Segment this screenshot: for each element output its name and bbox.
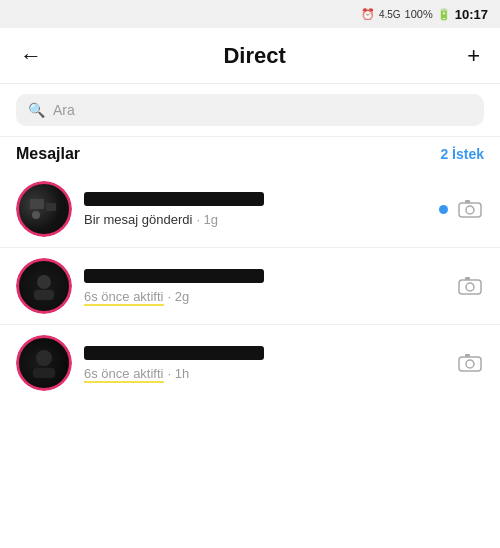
svg-point-11 [36,350,52,366]
section-title: Mesajlar [16,145,80,163]
search-bar: 🔍 Ara [0,84,500,136]
message-status: 6s önce aktifti · 2g [84,289,444,304]
status-bar: ⏰ 4.5G 100% 🔋 10:17 [0,0,500,28]
svg-rect-15 [465,354,470,357]
svg-rect-7 [34,290,54,300]
message-text: 6s önce aktifti [84,366,164,381]
section-header: Mesajlar 2 İstek [0,137,500,171]
battery-icon: 🔋 [437,8,451,21]
message-actions [439,198,484,220]
camera-icon[interactable] [456,352,484,374]
signal-icon: 4.5G [379,9,401,20]
avatar [16,181,72,237]
camera-svg [458,199,482,219]
svg-rect-13 [459,357,481,371]
list-item[interactable]: Bir mesaj gönderdi · 1g [0,171,500,247]
message-time: · 2g [168,289,190,304]
list-item[interactable]: 6s önce aktifti · 2g [0,248,500,324]
camera-icon[interactable] [456,275,484,297]
message-status: Bir mesaj gönderdi · 1g [84,212,427,227]
svg-rect-1 [46,203,56,211]
back-button[interactable]: ← [16,39,46,73]
top-nav: ← Direct + [0,28,500,84]
message-time: · 1g [196,212,218,227]
status-time: 10:17 [455,7,488,22]
svg-point-2 [32,211,40,219]
message-content: Bir mesaj gönderdi · 1g [84,192,427,227]
svg-point-6 [37,275,51,289]
active-text: 6s önce aktifti [84,289,164,306]
svg-rect-10 [465,277,470,280]
avatar-image-1 [26,191,62,227]
search-input-wrap[interactable]: 🔍 Ara [16,94,484,126]
plus-icon: + [467,43,480,69]
messages-list: Bir mesaj gönderdi · 1g [0,171,500,401]
svg-rect-12 [33,368,55,378]
message-content: 6s önce aktifti · 2g [84,269,444,304]
svg-point-4 [466,206,474,214]
avatar [16,335,72,391]
search-placeholder: Ara [53,102,75,118]
svg-rect-3 [459,203,481,217]
message-content: 6s önce aktifti · 1h [84,346,444,381]
message-actions [456,275,484,297]
active-text: 6s önce aktifti [84,366,164,383]
page-title: Direct [223,43,285,69]
svg-rect-8 [459,280,481,294]
message-text: 6s önce aktifti [84,289,164,304]
message-time: · 1h [168,366,190,381]
unread-dot [439,205,448,214]
message-username-bar [84,346,264,360]
svg-rect-0 [30,199,44,209]
camera-icon[interactable] [456,198,484,220]
message-actions [456,352,484,374]
camera-svg [458,353,482,373]
add-button[interactable]: + [463,39,484,73]
camera-svg [458,276,482,296]
requests-action[interactable]: 2 İstek [440,146,484,162]
avatar [16,258,72,314]
svg-rect-5 [465,200,470,203]
avatar-image-2 [26,268,62,304]
message-username-bar [84,269,264,283]
status-icons: ⏰ 4.5G 100% 🔋 10:17 [361,7,488,22]
message-username-bar [84,192,264,206]
back-arrow-icon: ← [20,43,42,69]
alarm-icon: ⏰ [361,8,375,21]
svg-point-9 [466,283,474,291]
search-icon: 🔍 [28,102,45,118]
message-status: 6s önce aktifti · 1h [84,366,444,381]
avatar-image-3 [26,345,62,381]
message-text: Bir mesaj gönderdi [84,212,192,227]
battery-label: 100% [405,8,433,20]
svg-point-14 [466,360,474,368]
list-item[interactable]: 6s önce aktifti · 1h [0,325,500,401]
